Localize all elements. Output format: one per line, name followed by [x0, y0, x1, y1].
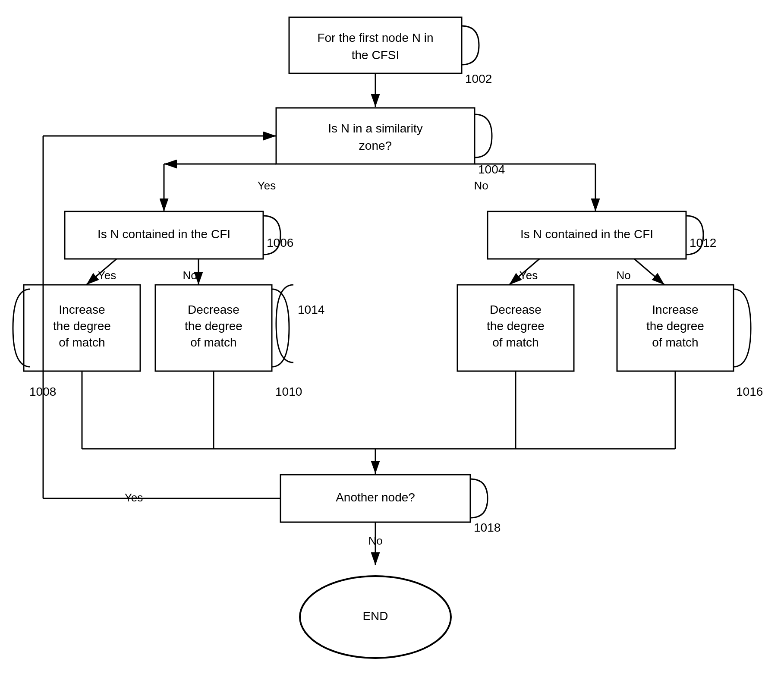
arrow-cfi-right-no	[634, 259, 664, 285]
label-no-lr: No	[183, 269, 197, 282]
diamond1-label: Is N in a similarity	[328, 122, 422, 135]
label-no-right: No	[474, 179, 488, 192]
another-node-label: Another node?	[336, 491, 415, 504]
diagram-container: For the first node N in the CFSI 1002 Is…	[0, 0, 784, 690]
start-label2: the CFSI	[352, 48, 399, 62]
ref-1016: 1016	[736, 385, 763, 398]
label-yes-rl: Yes	[520, 269, 538, 282]
increase-right-label3: of match	[652, 336, 698, 349]
start-label: For the first node N in	[317, 31, 433, 44]
increase-left-label2: the degree	[53, 319, 111, 333]
start-box	[289, 17, 462, 73]
increase-right-label2: the degree	[646, 319, 704, 333]
decrease-right-label3: of match	[492, 336, 538, 349]
label-yes-another: Yes	[125, 491, 143, 504]
diamond1-label2: zone?	[359, 139, 392, 152]
ref-1010: 1010	[275, 385, 302, 398]
ref-1014: 1014	[298, 303, 324, 316]
ref-1002: 1002	[465, 72, 492, 85]
label-yes-left: Yes	[258, 179, 276, 192]
label-no-rr: No	[616, 269, 630, 282]
label-yes-ll: Yes	[98, 269, 116, 282]
end-label: END	[362, 609, 388, 623]
decrease-right-label1: Decrease	[490, 303, 542, 316]
decrease-right-label2: the degree	[487, 319, 545, 333]
cfi-right-label: Is N contained in the CFI	[520, 227, 653, 241]
increase-right-label1: Increase	[652, 303, 698, 316]
ref-1004: 1004	[478, 163, 505, 176]
cfi-left-label: Is N contained in the CFI	[98, 227, 230, 241]
decrease-left-label3: of match	[190, 336, 236, 349]
ref-1018: 1018	[474, 521, 501, 534]
decrease-left-label1: Decrease	[188, 303, 239, 316]
diamond1-box	[276, 108, 475, 164]
decrease-left-label2: the degree	[185, 319, 242, 333]
increase-left-label1: Increase	[59, 303, 105, 316]
increase-left-label3: of match	[59, 336, 105, 349]
